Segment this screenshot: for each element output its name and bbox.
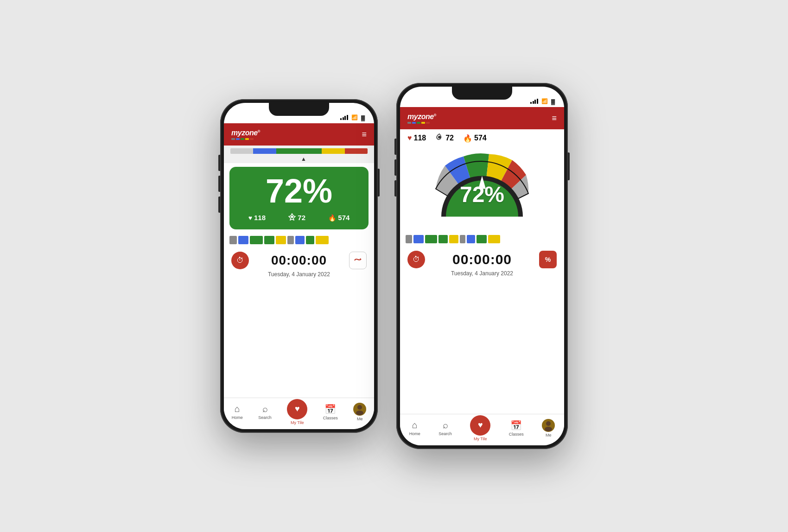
- hamburger-menu-right[interactable]: ≡: [552, 114, 557, 123]
- nav-search-right[interactable]: ⌕ Search: [438, 420, 452, 436]
- percent-label-right: %: [545, 256, 551, 263]
- timer-start-btn-right[interactable]: ⏱: [407, 251, 425, 268]
- app-header-left: myzone® ≡: [224, 123, 374, 146]
- nav-mytile-right[interactable]: ♥ My Tile: [470, 415, 490, 441]
- color-blocks-left: [224, 233, 374, 247]
- svg-point-0: [291, 216, 293, 218]
- date-right: Tuesday, 4 January 2022: [451, 270, 513, 277]
- timer-clock-icon-left: ⏱: [236, 256, 244, 265]
- block-yellow1-left: [276, 236, 286, 244]
- stat-heart-left: ♥ 118: [248, 214, 266, 222]
- top-color-section-left: ▲: [224, 146, 374, 163]
- svg-point-1: [357, 405, 362, 410]
- signal-icon: [340, 115, 348, 120]
- nav-classes-left[interactable]: 📅 Classes: [323, 404, 338, 420]
- app-header-right: myzone® ≡: [400, 107, 564, 129]
- bottom-nav-left: ⌂ Home ⌕ Search ♥ My Tile 📅 Classes: [224, 398, 374, 429]
- block-gray2-right: [460, 235, 465, 243]
- block-green3-left: [306, 236, 314, 244]
- block-green2-left: [264, 236, 274, 244]
- timer-section-right: ⏱ 00:00:00 % Tuesday, 4 January 2022: [400, 245, 564, 282]
- signal-right-icon: [530, 99, 538, 104]
- stats-row-left: ♥ 118 72 🔥 574: [237, 213, 361, 222]
- search-icon-right: ⌕: [443, 420, 448, 431]
- timer-display-right: 00:00:00: [431, 252, 534, 267]
- phone-right: 📶 ▓ myzone® ≡: [396, 83, 568, 449]
- timer-start-btn-left[interactable]: ⏱: [231, 252, 249, 269]
- nav-home-right[interactable]: ⌂ Home: [409, 420, 420, 436]
- block-yellow2-left: [316, 236, 329, 244]
- wifi-right-icon: 📶: [541, 98, 548, 104]
- arrow-icon-left: ▲: [301, 156, 306, 162]
- nav-home-left[interactable]: ⌂ Home: [232, 404, 243, 420]
- stat-effort-left: 72: [288, 213, 305, 222]
- nav-home-label-left: Home: [232, 415, 243, 420]
- calories-value-right: 574: [474, 134, 487, 142]
- svg-point-2: [356, 411, 363, 415]
- calories-icon-right: 🔥: [463, 134, 472, 143]
- myzone-logo-right: myzone®: [407, 113, 436, 124]
- timer-right-btn-left[interactable]: [349, 252, 367, 269]
- notch-left: [269, 103, 329, 116]
- timer-section-left: ⏱ 00:00:00 Tuesday, 4 January 2022: [224, 247, 374, 282]
- phone-right-screen: 📶 ▓ myzone® ≡: [400, 87, 564, 445]
- nav-classes-label-left: Classes: [323, 416, 338, 420]
- nav-search-label-left: Search: [258, 415, 272, 420]
- timer-display-left: 00:00:00: [254, 253, 343, 268]
- block-yellow1-right: [449, 235, 458, 243]
- svg-point-8: [546, 421, 551, 426]
- date-left: Tuesday, 4 January 2022: [268, 271, 330, 278]
- status-icons-right: 📶 ▓: [530, 98, 555, 104]
- mytile-icon-right: ♥: [478, 420, 483, 430]
- effort-value-left: 72: [298, 214, 305, 222]
- heart-value-right: 118: [414, 134, 426, 142]
- search-icon-left: ⌕: [262, 404, 268, 414]
- myzone-bars-left: [231, 138, 260, 140]
- effort-value-right: 72: [445, 134, 454, 142]
- stat-heart-right: ♥ 118: [407, 134, 426, 142]
- myzone-logo-left: myzone®: [231, 129, 260, 140]
- nav-me-left[interactable]: Me: [353, 403, 366, 421]
- phone-left-screen: 📶 ▓ myzone® ≡: [224, 103, 374, 429]
- heart-value-left: 118: [254, 214, 266, 222]
- avatar-right: [542, 419, 555, 432]
- calories-value-left: 574: [338, 214, 350, 222]
- block-green3-right: [477, 235, 487, 243]
- stat-effort-right: 72: [435, 133, 454, 143]
- hamburger-menu-left[interactable]: ≡: [362, 130, 367, 139]
- block-gray1-right: [406, 235, 412, 243]
- nav-mytile-label-right: My Tile: [474, 437, 487, 441]
- effort-icon-right: [435, 133, 444, 143]
- timer-percent-btn-right[interactable]: %: [539, 251, 557, 268]
- nav-mytile-left[interactable]: ♥ My Tile: [287, 399, 307, 425]
- nav-search-left[interactable]: ⌕ Search: [258, 404, 272, 420]
- block-blue1-right: [413, 235, 424, 243]
- color-blocks-right: [400, 233, 564, 245]
- wifi-icon: 📶: [351, 114, 358, 120]
- green-tile-left: 72% ♥ 118 72 🔥 574: [229, 167, 369, 229]
- nav-me-label-left: Me: [357, 417, 363, 421]
- gauge-percentage-right: 72%: [460, 181, 504, 207]
- timer-row-left: ⏱ 00:00:00: [231, 252, 367, 269]
- phone-left: 📶 ▓ myzone® ≡: [220, 99, 378, 433]
- mytile-icon-left: ♥: [295, 404, 300, 414]
- battery-right-icon: ▓: [551, 99, 555, 104]
- status-icons-left: 📶 ▓: [340, 114, 365, 120]
- block-blue1-left: [238, 236, 248, 244]
- block-gray1-left: [229, 236, 237, 244]
- nav-search-label-right: Search: [438, 431, 452, 436]
- home-icon-right: ⌂: [412, 420, 418, 431]
- nav-mytile-label-left: My Tile: [291, 420, 304, 425]
- nav-classes-right[interactable]: 📅 Classes: [509, 420, 524, 437]
- block-green2-right: [438, 235, 448, 243]
- classes-icon-right: 📅: [510, 420, 522, 431]
- nav-classes-label-right: Classes: [509, 432, 524, 437]
- nav-me-right[interactable]: Me: [542, 419, 555, 437]
- gauge-container-right: 72%: [400, 147, 564, 233]
- color-bar-top-left: [230, 148, 368, 154]
- home-icon-left: ⌂: [235, 404, 240, 414]
- svg-rect-7: [422, 217, 542, 230]
- block-gray2-left: [287, 236, 294, 244]
- timer-row-right: ⏱ 00:00:00 %: [407, 251, 557, 268]
- timer-clock-icon-right: ⏱: [413, 255, 420, 264]
